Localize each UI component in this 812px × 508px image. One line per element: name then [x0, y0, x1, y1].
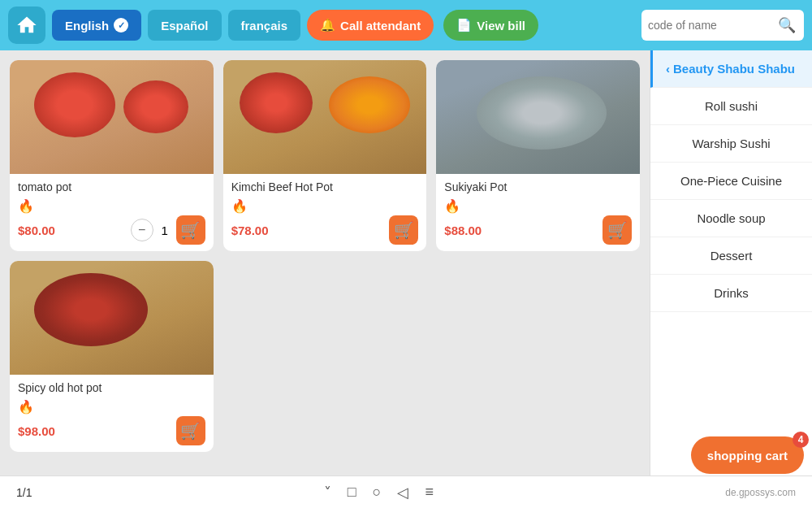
- cart-badge-count: 4: [793, 432, 809, 448]
- bottom-bar: 1/1 ˅ □ ○ ◁ ≡ de.gpossys.com: [0, 475, 812, 508]
- bill-icon: 📄: [456, 18, 472, 33]
- food-name-kimchi-beef: Kimchi Beef Hot Pot: [231, 180, 419, 193]
- food-card-kimchi-beef[interactable]: Kimchi Beef Hot Pot 🔥 $78.00 🛒: [223, 60, 427, 251]
- nav-icons: ˅ □ ○ ◁ ≡: [324, 484, 434, 501]
- call-attendant-label: Call attendant: [340, 19, 421, 33]
- sidebar-item-dessert[interactable]: Dessert: [650, 237, 812, 275]
- food-name-tomato-pot: tomato pot: [18, 180, 205, 193]
- food-bottom-sukiyaki: $88.00 🛒: [444, 215, 632, 245]
- shopping-cart-label: shopping cart: [707, 449, 788, 462]
- back-triangle-icon[interactable]: ◁: [397, 484, 408, 501]
- sidebar-label-beauty-shabu: Beauty Shabu Shabu: [673, 62, 795, 76]
- food-name-spicy-pot: Spicy old hot pot: [18, 381, 205, 394]
- fire-icon-kimchi: 🔥: [231, 198, 419, 214]
- home-button[interactable]: [8, 7, 45, 44]
- food-price-tomato-pot: $80.00: [18, 224, 55, 237]
- sidebar-label-dessert: Dessert: [710, 249, 753, 263]
- square-icon[interactable]: □: [348, 484, 356, 501]
- food-info-kimchi-beef: Kimchi Beef Hot Pot 🔥 $78.00 🛒: [223, 174, 427, 251]
- food-bottom-spicy: $98.00 🛒: [18, 416, 205, 445]
- check-icon: [114, 18, 128, 33]
- add-to-cart-sukiyaki[interactable]: 🛒: [603, 215, 632, 245]
- sidebar-label-noodle-soup: Noodle soup: [697, 211, 765, 225]
- call-attendant-button[interactable]: 🔔 Call attendant: [307, 10, 434, 41]
- view-bill-label: View bill: [477, 19, 525, 33]
- food-image-tomato-pot: [10, 60, 214, 174]
- sidebar-item-roll-sushi[interactable]: Roll sushi: [650, 88, 812, 125]
- sidebar-label-one-piece: One-Piece Cuisine: [680, 174, 782, 188]
- food-name-sukiyaki: Sukiyaki Pot: [444, 180, 632, 193]
- fire-icon-spicy: 🔥: [18, 399, 205, 415]
- qty-increase-tomato-pot[interactable]: 🛒: [176, 215, 205, 245]
- food-info-tomato-pot: tomato pot 🔥 $80.00 − 1 🛒: [10, 174, 214, 251]
- quantity-control-tomato-pot: − 1 🛒: [131, 215, 205, 245]
- food-info-spicy-pot: Spicy old hot pot 🔥 $98.00 🛒: [10, 375, 214, 452]
- food-image-sukiyaki: [436, 60, 640, 174]
- sidebar-label-roll-sushi: Roll sushi: [705, 99, 758, 113]
- cart-icon-sukiyaki: 🛒: [607, 220, 628, 240]
- header: English Español français 🔔 Call attendan…: [0, 0, 812, 50]
- circle-icon[interactable]: ○: [373, 484, 382, 501]
- food-grid-area: tomato pot 🔥 $80.00 − 1 🛒: [0, 50, 650, 475]
- view-bill-button[interactable]: 📄 View bill: [443, 10, 538, 41]
- shopping-cart-button[interactable]: shopping cart 4: [691, 436, 804, 474]
- food-card-tomato-pot[interactable]: tomato pot 🔥 $80.00 − 1 🛒: [10, 60, 214, 251]
- cart-icon-spicy: 🛒: [180, 421, 201, 441]
- food-image-spicy-pot: [10, 261, 214, 375]
- menu-icon[interactable]: ≡: [425, 484, 434, 501]
- cart-icon-kimchi: 🛒: [394, 220, 414, 240]
- food-card-spicy-pot[interactable]: Spicy old hot pot 🔥 $98.00 🛒: [10, 261, 214, 452]
- qty-decrease-tomato-pot[interactable]: −: [131, 219, 153, 241]
- pagination-info: 1/1: [16, 486, 32, 499]
- espanol-lang-button[interactable]: Español: [148, 10, 221, 41]
- english-label: English: [65, 19, 109, 33]
- sidebar-item-one-piece[interactable]: One-Piece Cuisine: [650, 163, 812, 200]
- fire-icon-sukiyaki: 🔥: [444, 198, 632, 214]
- add-to-cart-kimchi[interactable]: 🛒: [389, 215, 418, 245]
- food-price-spicy: $98.00: [18, 424, 55, 438]
- food-bottom-kimchi: $78.00 🛒: [231, 215, 419, 245]
- search-input[interactable]: [648, 19, 778, 32]
- sidebar-item-warship-sushi[interactable]: Warship Sushi: [650, 125, 812, 163]
- sidebar-label-warship-sushi: Warship Sushi: [692, 137, 770, 150]
- sidebar-item-beauty-shabu[interactable]: ‹ Beauty Shabu Shabu: [650, 50, 812, 88]
- sidebar-label-drinks: Drinks: [714, 286, 749, 300]
- espanol-label: Español: [161, 19, 208, 33]
- search-icon[interactable]: 🔍: [778, 16, 796, 34]
- food-info-sukiyaki: Sukiyaki Pot 🔥 $88.00 🛒: [436, 174, 640, 251]
- home-icon: [15, 14, 38, 37]
- chevron-down-icon[interactable]: ˅: [324, 484, 331, 501]
- add-to-cart-spicy[interactable]: 🛒: [176, 416, 205, 445]
- bell-icon: 🔔: [320, 18, 335, 33]
- english-lang-button[interactable]: English: [52, 10, 141, 41]
- food-price-kimchi: $78.00: [231, 224, 269, 237]
- francais-lang-button[interactable]: français: [228, 10, 301, 41]
- food-price-sukiyaki: $88.00: [444, 224, 482, 237]
- cart-icon-tomato: 🛒: [180, 220, 201, 240]
- back-arrow-icon: ‹: [666, 62, 670, 76]
- food-bottom-tomato-pot: $80.00 − 1 🛒: [18, 215, 205, 245]
- food-card-sukiyaki[interactable]: Sukiyaki Pot 🔥 $88.00 🛒: [436, 60, 640, 251]
- search-area: 🔍: [641, 10, 804, 41]
- category-sidebar: ‹ Beauty Shabu Shabu Roll sushi Warship …: [650, 50, 812, 475]
- qty-value-tomato-pot: 1: [157, 224, 173, 237]
- watermark-text: de.gpossys.com: [725, 487, 796, 498]
- food-image-kimchi-beef: [223, 60, 427, 174]
- main-content: tomato pot 🔥 $80.00 − 1 🛒: [0, 50, 812, 475]
- sidebar-item-noodle-soup[interactable]: Noodle soup: [650, 200, 812, 237]
- food-grid: tomato pot 🔥 $80.00 − 1 🛒: [10, 60, 640, 452]
- fire-icon-tomato-pot: 🔥: [18, 198, 205, 214]
- sidebar-item-drinks[interactable]: Drinks: [650, 275, 812, 312]
- francais-label: français: [241, 19, 288, 33]
